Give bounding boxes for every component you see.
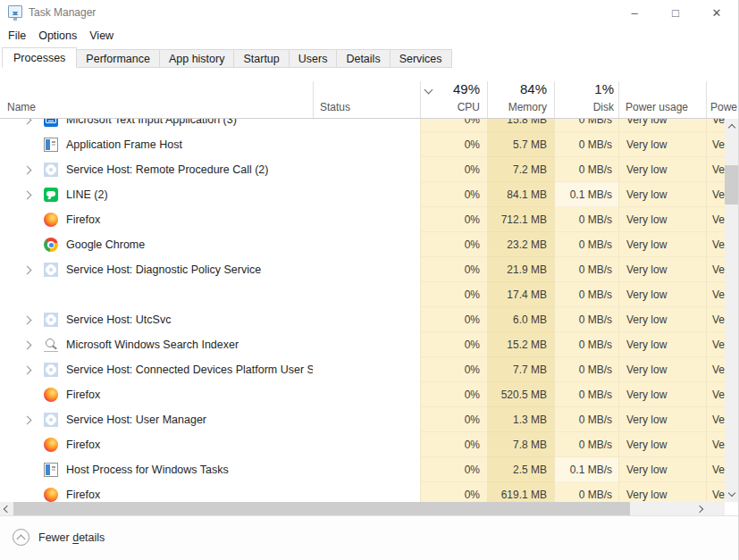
menu-item-view[interactable]: View <box>89 29 113 42</box>
memory-total: 84% <box>520 81 547 96</box>
titlebar: Task Manager –□✕ <box>0 0 738 25</box>
process-row[interactable]: Firefox 0% 520.5 MB 0 MB/s Very low Ve <box>0 382 725 407</box>
process-row[interactable]: Service Host: Remote Procedure Call (2) … <box>0 157 725 182</box>
power-usage-cell: Very low <box>618 207 706 232</box>
process-row[interactable]: 0% 17.4 MB 0 MB/s Very low Ve <box>0 282 725 307</box>
status-cell <box>313 282 420 307</box>
power-usage-cell: Very low <box>618 407 706 432</box>
memory-cell: 7.7 MB <box>487 357 554 382</box>
vertical-scrollbar[interactable] <box>725 119 739 502</box>
tab-details[interactable]: Details <box>337 49 390 68</box>
process-name-cell: Firefox <box>0 382 313 407</box>
power-trend-cell: Ve <box>706 257 725 282</box>
column-header-name[interactable]: Name <box>7 101 36 113</box>
maximize-button[interactable]: □ <box>655 0 696 25</box>
memory-cell: 2.5 MB <box>487 457 554 482</box>
cpu-cell: 0% <box>420 382 487 407</box>
expand-chevron-icon[interactable] <box>23 340 32 349</box>
column-separator[interactable] <box>420 81 421 118</box>
process-row[interactable]: Service Host: Connected Devices Platform… <box>0 357 725 382</box>
cpu-cell: 0% <box>420 457 487 482</box>
status-cell <box>313 182 420 207</box>
tab-users[interactable]: Users <box>290 49 338 68</box>
expand-chevron-icon[interactable] <box>23 190 32 199</box>
status-cell <box>313 207 420 232</box>
menu-item-file[interactable]: File <box>8 29 26 42</box>
tab-processes[interactable]: Processes <box>2 47 77 68</box>
disk-cell: 0 MB/s <box>554 407 618 432</box>
status-cell <box>313 432 420 457</box>
gear-icon <box>44 313 58 327</box>
scroll-right-button[interactable] <box>695 502 709 515</box>
power-trend-cell: Ve <box>706 332 725 357</box>
column-separator[interactable] <box>706 81 707 118</box>
vertical-scrollbar-thumb[interactable] <box>725 165 739 205</box>
process-name-cell: Microsoft Text Input Application (3) <box>0 119 313 132</box>
gear-icon <box>44 363 58 377</box>
process-row[interactable]: Firefox 0% 7.8 MB 0 MB/s Very low Ve <box>0 432 725 457</box>
column-separator[interactable] <box>313 81 314 118</box>
process-row[interactable]: Firefox 0% 712.1 MB 0 MB/s Very low Ve <box>0 207 725 232</box>
process-name-cell: Host Process for Windows Tasks <box>0 457 313 482</box>
tab-startup[interactable]: Startup <box>234 49 289 68</box>
process-name: Firefox <box>66 482 100 502</box>
tab-app-history[interactable]: App history <box>160 49 235 68</box>
scroll-left-button[interactable] <box>0 502 13 515</box>
column-header-power-usage[interactable]: Power usage <box>626 101 688 113</box>
tab-performance[interactable]: Performance <box>77 49 160 68</box>
cpu-cell: 0% <box>420 157 487 182</box>
power-trend-cell: Ve <box>706 457 725 482</box>
status-cell <box>313 382 420 407</box>
power-usage-cell: Very low <box>618 132 706 157</box>
power-usage-cell: Very low <box>618 307 706 332</box>
expand-chevron-icon[interactable] <box>23 119 32 124</box>
column-header-memory[interactable]: Memory <box>502 101 547 113</box>
column-header-cpu[interactable]: CPU <box>456 101 480 113</box>
tabstrip: ProcessesPerformanceApp historyStartupUs… <box>2 47 452 68</box>
process-row[interactable]: Service Host: User Manager 0% 1.3 MB 0 M… <box>0 407 725 432</box>
memory-cell: 1.3 MB <box>487 407 554 432</box>
tab-services[interactable]: Services <box>390 49 452 68</box>
scroll-down-button[interactable] <box>725 487 739 502</box>
process-row[interactable]: Application Frame Host 0% 5.7 MB 0 MB/s … <box>0 132 725 157</box>
expand-chevron-icon[interactable] <box>23 315 32 324</box>
horizontal-scrollbar-thumb[interactable] <box>13 502 630 515</box>
column-header-status[interactable]: Status <box>320 101 350 113</box>
process-row[interactable]: Google Chrome 0% 23.2 MB 0 MB/s Very low… <box>0 232 725 257</box>
expand-chevron-icon[interactable] <box>23 165 32 174</box>
process-row[interactable]: Host Process for Windows Tasks 0% 2.5 MB… <box>0 457 725 482</box>
column-separator[interactable] <box>487 81 488 118</box>
process-row[interactable]: Service Host: Diagnostic Policy Service … <box>0 257 725 282</box>
minimize-button[interactable]: – <box>614 0 655 25</box>
expand-chevron-icon[interactable] <box>23 265 32 274</box>
cpu-cell: 0% <box>420 332 487 357</box>
process-name: Google Chrome <box>66 232 145 257</box>
process-name: Service Host: User Manager <box>66 407 206 432</box>
horizontal-scrollbar[interactable] <box>0 502 725 515</box>
column-header-disk[interactable]: Disk <box>590 101 614 113</box>
process-row[interactable]: Microsoft Windows Search Indexer 0% 15.2… <box>0 332 725 357</box>
expand-chevron-icon[interactable] <box>23 415 32 424</box>
process-row[interactable]: Microsoft Text Input Application (3) 0% … <box>0 119 725 132</box>
menu-item-options[interactable]: Options <box>38 29 77 42</box>
process-row[interactable]: Service Host: UtcSvc 0% 6.0 MB 0 MB/s Ve… <box>0 307 725 332</box>
process-list: Microsoft Text Input Application (3) 0% … <box>0 119 725 502</box>
process-row[interactable]: LINE (2) 0% 84.1 MB 0.1 MB/s Very low Ve <box>0 182 725 207</box>
window-controls: –□✕ <box>614 0 737 25</box>
process-row[interactable]: Firefox 0% 619.1 MB 0 MB/s Very low Ve <box>0 482 725 502</box>
status-cell <box>313 119 420 132</box>
disk-cell: 0 MB/s <box>554 282 618 307</box>
column-separator[interactable] <box>554 81 555 118</box>
column-header-power-trend[interactable]: Powe <box>710 101 737 113</box>
process-name: LINE (2) <box>66 182 108 207</box>
status-cell <box>313 482 420 502</box>
cpu-cell: 0% <box>420 257 487 282</box>
column-separator[interactable] <box>618 81 619 118</box>
scroll-up-button[interactable] <box>725 119 739 134</box>
close-button[interactable]: ✕ <box>696 0 737 25</box>
power-usage-cell: Very low <box>618 357 706 382</box>
keyboard-icon <box>44 119 58 127</box>
power-usage-cell: Very low <box>618 232 706 257</box>
expand-chevron-icon[interactable] <box>23 365 32 374</box>
fewer-details-toggle[interactable]: Fewer details <box>13 529 105 546</box>
